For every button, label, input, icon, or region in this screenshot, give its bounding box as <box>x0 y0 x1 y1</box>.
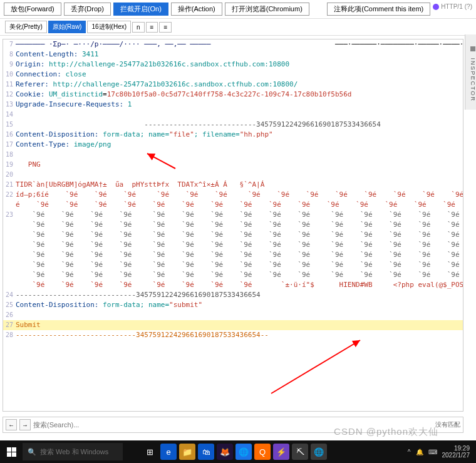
system-tray[interactable]: ^ 🔔 ⌨ 19:29 2022/1/27 <box>408 445 476 459</box>
start-button[interactable] <box>0 440 23 463</box>
inspector-label: INSPECTOR <box>470 58 476 101</box>
top-toolbar: 放包(Forward) 丢弃(Drop) 拦截开启(On) 操作(Action)… <box>0 0 476 19</box>
annotation-arrow-payload <box>266 337 366 397</box>
windows-logo-icon <box>7 447 16 457</box>
top-toolbar-right: 注释此项(Comment this item) HTTP/1 (?) <box>327 3 472 16</box>
protocol-help-icon[interactable]: (?) <box>465 3 472 10</box>
qq-icon[interactable]: Q <box>254 444 271 460</box>
tray-up-icon[interactable]: ^ <box>408 449 411 455</box>
inspector-side-tab[interactable]: INSPECTOR <box>465 34 476 110</box>
action-button[interactable]: 操作(Action) <box>171 3 222 16</box>
svg-line-1 <box>271 340 360 393</box>
edge-icon[interactable]: e <box>160 444 177 460</box>
newline-toggle-button[interactable]: n <box>132 22 145 33</box>
raw-tab[interactable]: 原始(Raw) <box>48 21 86 33</box>
view-toggle-button[interactable]: ≡ <box>159 22 172 33</box>
open-browser-button[interactable]: 打开浏览器(Chromium) <box>225 3 309 16</box>
pretty-tab[interactable]: 美化(Pretty) <box>5 21 47 33</box>
inspector-square-icon <box>470 46 475 51</box>
file-explorer-icon[interactable]: 📁 <box>179 444 195 460</box>
forward-button[interactable]: 放包(Forward) <box>4 3 61 16</box>
taskbar-pinned-apps: ⊞ e 📁 🛍 🦊 🌐 Q ⚡ ⛏ 🌐 <box>142 444 327 460</box>
raw-request-view[interactable]: 7─────── ·Σp─· ─···/p·────/···· ───, ──,… <box>3 39 463 412</box>
app-globe-icon[interactable]: 🌐 <box>311 444 327 460</box>
protocol-badge: HTTP/1 (?) <box>433 3 472 16</box>
tray-notify-icon[interactable]: 🔔 <box>416 449 423 455</box>
clock-time: 19:29 <box>442 445 470 452</box>
search-next-button[interactable]: → <box>19 419 31 430</box>
search-icon: 🔍 <box>28 448 36 456</box>
comment-item-button[interactable]: 注释此项(Comment this item) <box>327 3 430 16</box>
protocol-dot-icon <box>433 4 439 10</box>
taskbar-search-input[interactable] <box>40 448 118 455</box>
submit-value: Submit <box>16 320 41 330</box>
csdn-watermark: CSDN @python欢大仙 <box>334 426 438 438</box>
top-toolbar-left: 放包(Forward) 丢弃(Drop) 拦截开启(On) 操作(Action)… <box>4 3 309 16</box>
app-tool-icon[interactable]: ⛏ <box>292 444 308 460</box>
firefox-icon[interactable]: 🦊 <box>217 444 233 460</box>
view-mode-bar: 美化(Pretty) 原始(Raw) 16进制(Hex) n ≡ ≡ <box>0 19 476 36</box>
chrome-icon[interactable]: 🌐 <box>235 444 252 460</box>
app-purple-icon[interactable]: ⚡ <box>273 444 289 460</box>
search-match-status: 没有匹配 <box>435 420 460 429</box>
intercept-on-button[interactable]: 拦截开启(On) <box>113 3 168 16</box>
drop-button[interactable]: 丢弃(Drop) <box>64 3 111 16</box>
store-icon[interactable]: 🛍 <box>198 444 214 460</box>
taskbar-search[interactable]: 🔍 <box>23 443 123 460</box>
clock-date: 2022/1/27 <box>442 452 470 459</box>
task-view-icon[interactable]: ⊞ <box>142 444 158 460</box>
search-prev-button[interactable]: ← <box>6 419 17 430</box>
wrap-toggle-button[interactable]: ≡ <box>146 22 158 33</box>
hex-tab[interactable]: 16进制(Hex) <box>87 21 131 33</box>
windows-taskbar: 🔍 ⊞ e 📁 🛍 🦊 🌐 Q ⚡ ⛏ 🌐 ^ 🔔 ⌨ 19:29 2022/1… <box>0 440 476 463</box>
tray-keyboard-icon[interactable]: ⌨ <box>428 449 437 455</box>
protocol-label: HTTP/1 <box>441 3 462 10</box>
